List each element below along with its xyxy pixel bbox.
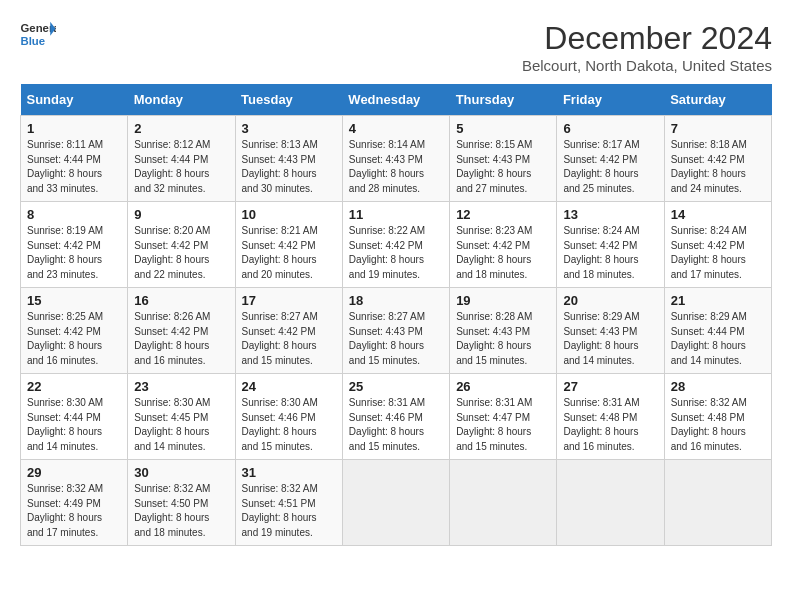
day-number: 5 (456, 121, 550, 136)
calendar-cell: 17Sunrise: 8:27 AM Sunset: 4:42 PM Dayli… (235, 288, 342, 374)
day-number: 17 (242, 293, 336, 308)
day-info: Sunrise: 8:30 AM Sunset: 4:45 PM Dayligh… (134, 396, 228, 454)
day-info: Sunrise: 8:22 AM Sunset: 4:42 PM Dayligh… (349, 224, 443, 282)
day-info: Sunrise: 8:24 AM Sunset: 4:42 PM Dayligh… (671, 224, 765, 282)
week-row-3: 15Sunrise: 8:25 AM Sunset: 4:42 PM Dayli… (21, 288, 772, 374)
day-number: 26 (456, 379, 550, 394)
day-number: 18 (349, 293, 443, 308)
day-number: 1 (27, 121, 121, 136)
day-info: Sunrise: 8:14 AM Sunset: 4:43 PM Dayligh… (349, 138, 443, 196)
calendar-cell: 25Sunrise: 8:31 AM Sunset: 4:46 PM Dayli… (342, 374, 449, 460)
calendar-cell: 3Sunrise: 8:13 AM Sunset: 4:43 PM Daylig… (235, 116, 342, 202)
week-row-5: 29Sunrise: 8:32 AM Sunset: 4:49 PM Dayli… (21, 460, 772, 546)
day-info: Sunrise: 8:29 AM Sunset: 4:44 PM Dayligh… (671, 310, 765, 368)
day-info: Sunrise: 8:24 AM Sunset: 4:42 PM Dayligh… (563, 224, 657, 282)
calendar-cell: 29Sunrise: 8:32 AM Sunset: 4:49 PM Dayli… (21, 460, 128, 546)
calendar-cell: 15Sunrise: 8:25 AM Sunset: 4:42 PM Dayli… (21, 288, 128, 374)
day-info: Sunrise: 8:13 AM Sunset: 4:43 PM Dayligh… (242, 138, 336, 196)
day-info: Sunrise: 8:21 AM Sunset: 4:42 PM Dayligh… (242, 224, 336, 282)
day-info: Sunrise: 8:32 AM Sunset: 4:51 PM Dayligh… (242, 482, 336, 540)
calendar-cell: 23Sunrise: 8:30 AM Sunset: 4:45 PM Dayli… (128, 374, 235, 460)
day-info: Sunrise: 8:19 AM Sunset: 4:42 PM Dayligh… (27, 224, 121, 282)
day-info: Sunrise: 8:32 AM Sunset: 4:48 PM Dayligh… (671, 396, 765, 454)
calendar-cell: 21Sunrise: 8:29 AM Sunset: 4:44 PM Dayli… (664, 288, 771, 374)
day-number: 19 (456, 293, 550, 308)
day-info: Sunrise: 8:31 AM Sunset: 4:46 PM Dayligh… (349, 396, 443, 454)
day-info: Sunrise: 8:29 AM Sunset: 4:43 PM Dayligh… (563, 310, 657, 368)
calendar-cell (557, 460, 664, 546)
day-number: 4 (349, 121, 443, 136)
calendar-cell: 13Sunrise: 8:24 AM Sunset: 4:42 PM Dayli… (557, 202, 664, 288)
day-number: 12 (456, 207, 550, 222)
calendar-cell (450, 460, 557, 546)
calendar-cell: 18Sunrise: 8:27 AM Sunset: 4:43 PM Dayli… (342, 288, 449, 374)
weekday-header-row: SundayMondayTuesdayWednesdayThursdayFrid… (21, 84, 772, 116)
day-number: 11 (349, 207, 443, 222)
day-info: Sunrise: 8:25 AM Sunset: 4:42 PM Dayligh… (27, 310, 121, 368)
calendar-cell: 28Sunrise: 8:32 AM Sunset: 4:48 PM Dayli… (664, 374, 771, 460)
svg-text:Blue: Blue (21, 35, 46, 47)
calendar-cell: 5Sunrise: 8:15 AM Sunset: 4:43 PM Daylig… (450, 116, 557, 202)
day-info: Sunrise: 8:26 AM Sunset: 4:42 PM Dayligh… (134, 310, 228, 368)
day-number: 25 (349, 379, 443, 394)
day-info: Sunrise: 8:27 AM Sunset: 4:42 PM Dayligh… (242, 310, 336, 368)
logo: General Blue (20, 20, 56, 48)
day-number: 8 (27, 207, 121, 222)
day-info: Sunrise: 8:17 AM Sunset: 4:42 PM Dayligh… (563, 138, 657, 196)
calendar-cell: 24Sunrise: 8:30 AM Sunset: 4:46 PM Dayli… (235, 374, 342, 460)
day-number: 14 (671, 207, 765, 222)
day-number: 6 (563, 121, 657, 136)
weekday-header-friday: Friday (557, 84, 664, 116)
weekday-header-tuesday: Tuesday (235, 84, 342, 116)
calendar-cell: 26Sunrise: 8:31 AM Sunset: 4:47 PM Dayli… (450, 374, 557, 460)
day-info: Sunrise: 8:32 AM Sunset: 4:49 PM Dayligh… (27, 482, 121, 540)
day-info: Sunrise: 8:11 AM Sunset: 4:44 PM Dayligh… (27, 138, 121, 196)
weekday-header-wednesday: Wednesday (342, 84, 449, 116)
calendar-cell: 4Sunrise: 8:14 AM Sunset: 4:43 PM Daylig… (342, 116, 449, 202)
day-number: 23 (134, 379, 228, 394)
day-number: 30 (134, 465, 228, 480)
day-info: Sunrise: 8:27 AM Sunset: 4:43 PM Dayligh… (349, 310, 443, 368)
day-number: 9 (134, 207, 228, 222)
calendar-cell: 14Sunrise: 8:24 AM Sunset: 4:42 PM Dayli… (664, 202, 771, 288)
calendar-cell: 31Sunrise: 8:32 AM Sunset: 4:51 PM Dayli… (235, 460, 342, 546)
day-info: Sunrise: 8:30 AM Sunset: 4:46 PM Dayligh… (242, 396, 336, 454)
calendar-cell: 30Sunrise: 8:32 AM Sunset: 4:50 PM Dayli… (128, 460, 235, 546)
week-row-2: 8Sunrise: 8:19 AM Sunset: 4:42 PM Daylig… (21, 202, 772, 288)
day-info: Sunrise: 8:15 AM Sunset: 4:43 PM Dayligh… (456, 138, 550, 196)
day-number: 31 (242, 465, 336, 480)
day-info: Sunrise: 8:18 AM Sunset: 4:42 PM Dayligh… (671, 138, 765, 196)
header: General Blue December 2024 Belcourt, Nor… (20, 20, 772, 74)
day-info: Sunrise: 8:31 AM Sunset: 4:47 PM Dayligh… (456, 396, 550, 454)
day-info: Sunrise: 8:20 AM Sunset: 4:42 PM Dayligh… (134, 224, 228, 282)
calendar-cell: 8Sunrise: 8:19 AM Sunset: 4:42 PM Daylig… (21, 202, 128, 288)
weekday-header-sunday: Sunday (21, 84, 128, 116)
calendar-cell (664, 460, 771, 546)
weekday-header-monday: Monday (128, 84, 235, 116)
day-number: 7 (671, 121, 765, 136)
calendar-cell: 19Sunrise: 8:28 AM Sunset: 4:43 PM Dayli… (450, 288, 557, 374)
calendar-cell: 9Sunrise: 8:20 AM Sunset: 4:42 PM Daylig… (128, 202, 235, 288)
calendar-cell: 20Sunrise: 8:29 AM Sunset: 4:43 PM Dayli… (557, 288, 664, 374)
calendar-cell: 1Sunrise: 8:11 AM Sunset: 4:44 PM Daylig… (21, 116, 128, 202)
day-number: 22 (27, 379, 121, 394)
weekday-header-thursday: Thursday (450, 84, 557, 116)
calendar-cell: 6Sunrise: 8:17 AM Sunset: 4:42 PM Daylig… (557, 116, 664, 202)
calendar-cell (342, 460, 449, 546)
day-number: 27 (563, 379, 657, 394)
logo-icon: General Blue (20, 20, 56, 48)
day-number: 28 (671, 379, 765, 394)
day-info: Sunrise: 8:30 AM Sunset: 4:44 PM Dayligh… (27, 396, 121, 454)
month-title: December 2024 (522, 20, 772, 57)
calendar-cell: 2Sunrise: 8:12 AM Sunset: 4:44 PM Daylig… (128, 116, 235, 202)
day-info: Sunrise: 8:31 AM Sunset: 4:48 PM Dayligh… (563, 396, 657, 454)
week-row-4: 22Sunrise: 8:30 AM Sunset: 4:44 PM Dayli… (21, 374, 772, 460)
day-number: 10 (242, 207, 336, 222)
day-number: 21 (671, 293, 765, 308)
weekday-header-saturday: Saturday (664, 84, 771, 116)
day-number: 3 (242, 121, 336, 136)
calendar-cell: 22Sunrise: 8:30 AM Sunset: 4:44 PM Dayli… (21, 374, 128, 460)
day-number: 29 (27, 465, 121, 480)
day-number: 13 (563, 207, 657, 222)
day-number: 16 (134, 293, 228, 308)
